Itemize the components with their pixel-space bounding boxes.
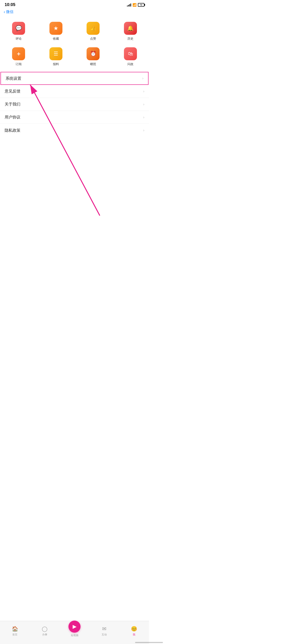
annotation-container: 系统设置 › 意见反馈 › 关于我们 › 用户协议 › 隐私政策 ›	[0, 72, 149, 137]
icon-item-like[interactable]: 👍 点赞	[75, 18, 112, 44]
history-label: 历史	[127, 37, 133, 41]
user-agreement-label: 用户协议	[5, 114, 21, 120]
back-arrow-icon: ‹	[4, 10, 5, 14]
system-settings-label: 系统设置	[6, 76, 21, 81]
wenzheng-icon: 🛍	[124, 47, 137, 60]
subscribe-icon: ＋	[12, 47, 25, 60]
icon-grid: 💬 评论 ★ 收藏 👍 点赞 🔔 历史 ＋ 订阅 ☰ 报料 ⏰	[0, 16, 149, 72]
menu-item-feedback[interactable]: 意见反馈 ›	[0, 85, 149, 98]
like-icon: 👍	[87, 22, 100, 35]
chevron-icon: ›	[143, 89, 144, 94]
content-area	[0, 137, 149, 230]
wenzheng-label: 问政	[127, 62, 133, 66]
icon-item-comment[interactable]: 💬 评论	[0, 18, 37, 44]
comment-icon: 💬	[12, 22, 25, 35]
status-icons: 📶 72	[127, 3, 144, 7]
favorite-icon: ★	[50, 22, 63, 35]
about-us-label: 关于我们	[5, 102, 21, 107]
report-icon: ☰	[50, 47, 63, 60]
comment-label: 评论	[16, 37, 22, 41]
menu-item-user-agreement[interactable]: 用户协议 ›	[0, 111, 149, 124]
report-label: 报料	[53, 62, 59, 66]
photo-label: 晒照	[90, 62, 96, 66]
chevron-icon: ›	[142, 76, 143, 80]
icon-item-photo[interactable]: ⏰ 晒照	[75, 44, 112, 70]
icon-item-favorite[interactable]: ★ 收藏	[37, 18, 75, 44]
signal-icon	[127, 3, 131, 6]
like-label: 点赞	[90, 37, 96, 41]
menu-item-system-settings[interactable]: 系统设置 ›	[1, 72, 149, 85]
chevron-icon: ›	[143, 102, 144, 106]
history-icon: 🔔	[124, 22, 137, 35]
wechat-back-label: 微信	[6, 10, 14, 14]
wechat-bar: ‹ 微信	[0, 8, 149, 16]
subscribe-label: 订阅	[16, 62, 22, 66]
status-bar: 10:05 📶 72	[0, 0, 149, 8]
menu-item-about-us[interactable]: 关于我们 ›	[0, 98, 149, 111]
feedback-label: 意见反馈	[5, 88, 21, 94]
wechat-back-button[interactable]: ‹ 微信	[4, 10, 145, 14]
icon-item-wenzheng[interactable]: 🛍 问政	[112, 44, 149, 70]
wifi-icon: 📶	[133, 3, 136, 7]
chevron-icon: ›	[143, 128, 144, 132]
icon-item-subscribe[interactable]: ＋ 订阅	[0, 44, 37, 70]
battery-icon: 72	[138, 3, 144, 7]
photo-icon: ⏰	[87, 47, 100, 60]
icon-item-report[interactable]: ☰ 报料	[37, 44, 75, 70]
chevron-icon: ›	[143, 115, 144, 120]
privacy-policy-label: 隐私政策	[5, 128, 21, 133]
favorite-label: 收藏	[53, 37, 59, 41]
status-time: 10:05	[5, 2, 15, 7]
menu-item-privacy-policy[interactable]: 隐私政策 ›	[0, 124, 149, 137]
icon-item-history[interactable]: 🔔 历史	[112, 18, 149, 44]
